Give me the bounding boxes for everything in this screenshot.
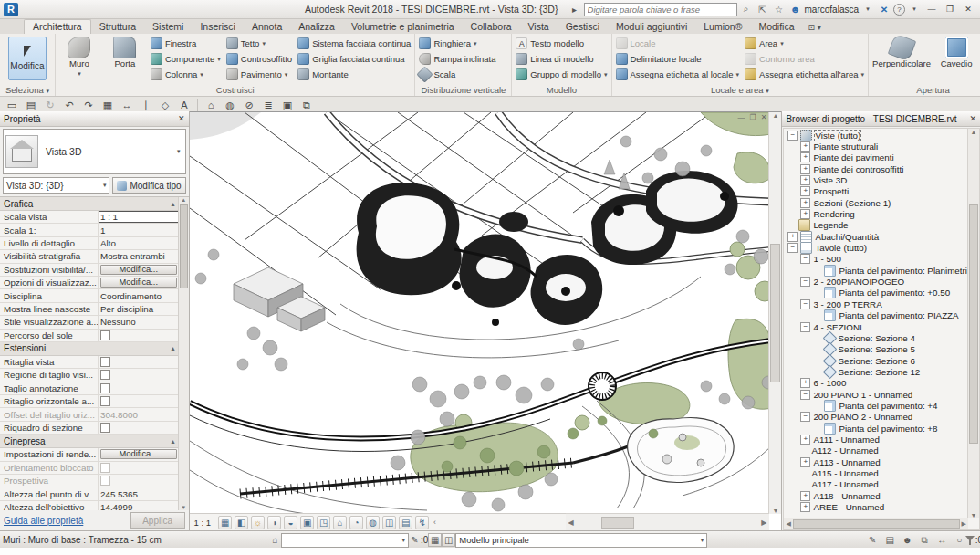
tree-item[interactable]: Pianta del pavimento: +4	[784, 400, 968, 411]
tree-item-label[interactable]: 200 PIANO 1 - Unnamed	[813, 390, 912, 400]
minimize-button[interactable]: —	[923, 3, 940, 16]
tab-inserisci[interactable]: Inserisci	[192, 20, 244, 34]
apply-button[interactable]: Applica	[130, 512, 185, 529]
dropdown-arrow-icon[interactable]: ▾	[780, 40, 784, 47]
checkbox[interactable]	[100, 423, 110, 433]
tree-expander-icon[interactable]: −	[800, 322, 810, 332]
sync-icon[interactable]: ↻	[44, 99, 57, 111]
tree-item[interactable]: + Viste 3D	[784, 174, 968, 185]
property-row[interactable]: Mostra linee nascoste Per disciplina	[0, 303, 179, 316]
tree-item[interactable]: A117 - Unnamed	[784, 479, 968, 490]
canvas-vertical-scrollbar[interactable]: ▲ ▼	[768, 112, 781, 514]
tree-expander-icon[interactable]: −	[800, 254, 810, 264]
dropdown-arrow-icon[interactable]: ▾	[200, 71, 203, 79]
show-crop-region-icon[interactable]: ◳	[317, 516, 330, 529]
tree-item[interactable]: + Abachi/Quantità	[784, 231, 968, 242]
canvas-horizontal-scrollbar[interactable]: ◀ ▶	[566, 513, 770, 530]
type-selector[interactable]: Vista 3D ▾	[3, 129, 186, 174]
property-row[interactable]: Livello di dettaglio Alto	[0, 237, 179, 250]
tree-item[interactable]: + A118 - Unnamed	[784, 490, 968, 501]
tab-modifica[interactable]: Modifica	[750, 20, 802, 34]
properties-section-header[interactable]: Grafica ▴	[0, 197, 179, 211]
scroll-up-icon[interactable]: ▲	[772, 112, 778, 119]
tree-item[interactable]: − Viste (tutto)	[784, 130, 968, 141]
tree-expander-icon[interactable]: +	[800, 175, 810, 185]
checkbox[interactable]	[100, 357, 110, 367]
property-row[interactable]: Impostazioni di rende... Modifica...	[0, 448, 179, 461]
checkbox[interactable]	[100, 330, 110, 340]
favorites-star-icon[interactable]: ☆	[772, 3, 787, 16]
tree-item[interactable]: Pianta del pavimento: +0.50	[784, 288, 968, 298]
tag-by-category-icon[interactable]: ◇	[159, 99, 172, 111]
property-value[interactable]	[99, 462, 179, 474]
tree-item[interactable]: − 1 - 500	[784, 254, 968, 265]
workset-combo[interactable]: ▾	[281, 533, 409, 548]
tree-item[interactable]: + A113 - Unnamed	[784, 456, 968, 467]
revit-logo-icon[interactable]: R	[4, 3, 18, 16]
area-tag-button[interactable]: Assegna etichetta all'area▾	[745, 68, 864, 81]
tree-item-label[interactable]: Viste (tutto)	[815, 131, 860, 141]
aligned-dimension-icon[interactable]: ∣	[140, 99, 152, 111]
tree-expander-icon[interactable]: +	[800, 457, 810, 467]
default-3d-view-icon[interactable]: ⌂	[204, 99, 217, 111]
property-value[interactable]	[99, 395, 179, 407]
search-collapse-icon[interactable]: ▸	[568, 3, 582, 16]
property-row[interactable]: Orientamento bloccato	[0, 462, 179, 475]
column-button[interactable]: Colonna▾	[151, 68, 221, 81]
tree-item-label[interactable]: 4 - SEZIONI	[813, 322, 861, 332]
tree-item[interactable]: Sezione: Sezione 6	[784, 355, 968, 366]
tree-item[interactable]: Pianta del pavimento: Planimetria Cop	[784, 265, 968, 276]
tree-item[interactable]: + AREE - Unnamed	[784, 501, 968, 512]
modify-value-button[interactable]: Modifica...	[100, 449, 177, 459]
tree-item[interactable]: + Rendering	[784, 208, 968, 219]
view-close-icon[interactable]: ✕	[761, 113, 767, 121]
tree-expander-icon[interactable]: +	[800, 141, 810, 152]
tree-item-label[interactable]: A112 - Unnamed	[811, 445, 878, 456]
tree-item[interactable]: Sezione: Sezione 4	[784, 332, 968, 343]
shadows-icon[interactable]: ◑	[267, 516, 281, 529]
tab-collabora[interactable]: Collabora	[463, 20, 520, 34]
render-icon[interactable]: ◒	[284, 516, 297, 529]
window-button[interactable]: Finestra	[151, 37, 221, 50]
tree-item-label[interactable]: Pianta del pavimento: +8	[839, 424, 937, 434]
tree-item[interactable]: − 3 - 200 P TERRA	[784, 298, 968, 309]
section-collapse-icon[interactable]: ▴	[172, 344, 175, 352]
help-icon[interactable]: ?	[893, 4, 905, 16]
sun-path-icon[interactable]: ☼	[251, 516, 265, 529]
background-process-icon[interactable]: ○	[954, 534, 965, 546]
tree-item-label[interactable]: Sezione: Sezione 4	[838, 333, 914, 343]
tree-item[interactable]: + Piante dei controsoffitti	[784, 163, 968, 174]
scroll-left-icon[interactable]: ◀	[786, 520, 790, 528]
text-icon[interactable]: A	[178, 99, 191, 111]
property-value[interactable]	[99, 382, 179, 394]
sign-in-icon[interactable]: ⇱	[756, 3, 770, 16]
property-value[interactable]: 14.4999	[99, 501, 179, 510]
tree-item-label[interactable]: Sezione: Sezione 5	[838, 344, 914, 354]
section-collapse-icon[interactable]: ▴	[172, 200, 175, 208]
area-button[interactable]: Area▾	[745, 37, 864, 50]
checkbox[interactable]	[100, 383, 110, 393]
property-value[interactable]	[99, 475, 179, 487]
property-row[interactable]: Taglio annotazione	[0, 382, 179, 395]
close-button[interactable]: ✕	[960, 3, 976, 16]
dropdown-arrow-icon[interactable]: ▾	[736, 71, 740, 79]
edit-type-button[interactable]: Modifica tipo	[112, 177, 185, 194]
browser-vertical-scrollbar[interactable]: ▲ ▼	[967, 129, 979, 518]
active-workset-icon[interactable]: ⌂	[269, 534, 281, 546]
project-browser-close-icon[interactable]: ✕	[969, 114, 976, 123]
tree-item-label[interactable]: Piante dei pavimenti	[813, 152, 893, 162]
property-row[interactable]: Altezza dell'obiettivo 14.4999	[0, 501, 179, 510]
help-dropdown-arrow-icon[interactable]: ▾	[907, 3, 922, 16]
tree-expander-icon[interactable]: −	[787, 131, 798, 141]
room-separator-button[interactable]: Delimitatore locale	[616, 52, 740, 66]
tree-item-label[interactable]: Piante dei controsoffitti	[813, 164, 903, 174]
checkbox[interactable]	[100, 476, 110, 486]
tree-item-label[interactable]: 1 - 500	[813, 254, 841, 264]
search-input[interactable]	[584, 3, 737, 16]
property-row[interactable]: Ritaglia vista	[0, 356, 179, 369]
model-group-button[interactable]: Gruppo di modello▾	[516, 68, 607, 81]
tree-item[interactable]: − 200 PIANO 1 - Unnamed	[784, 389, 968, 400]
properties-scrollbar[interactable]: ▲ ▼	[178, 197, 189, 510]
stair-button[interactable]: Scala	[419, 68, 495, 81]
tree-expander-icon[interactable]: +	[800, 491, 810, 501]
